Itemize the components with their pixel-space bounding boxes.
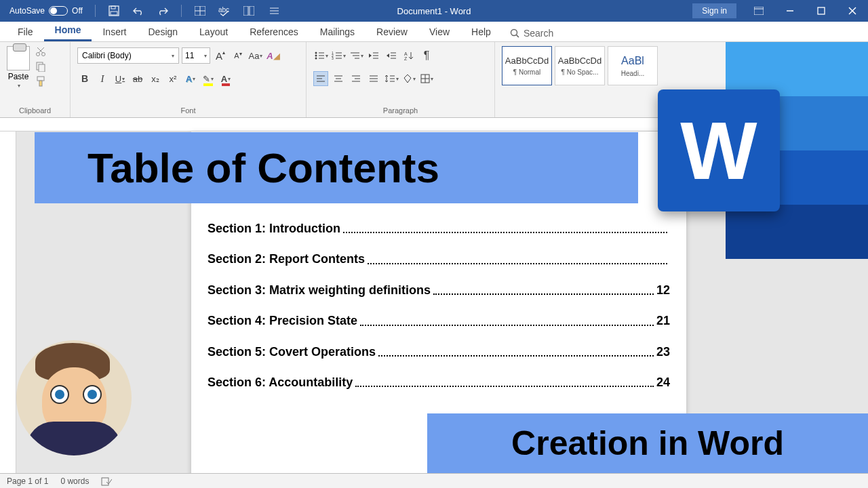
autosave-state: Off — [72, 6, 83, 16]
font-size-select[interactable]: 11▾ — [182, 47, 210, 64]
spellcheck-icon[interactable]: abc — [218, 5, 231, 17]
decrease-indent-button[interactable] — [366, 48, 381, 63]
font-color-button[interactable]: A▾ — [218, 71, 233, 86]
align-left-button[interactable] — [313, 71, 328, 86]
shading-button[interactable]: ▾ — [401, 71, 416, 86]
maximize-icon[interactable] — [806, 0, 837, 22]
underline-button[interactable]: U▾ — [113, 71, 127, 86]
paste-button[interactable]: Paste ▾ — [7, 46, 30, 89]
toc-entry: Section 2: Report Contents — [208, 251, 670, 267]
subscript-button[interactable]: x₂ — [148, 71, 163, 86]
quick-access-toolbar: abc — [95, 5, 279, 17]
bold-button[interactable]: B — [77, 71, 92, 86]
overlay-title: Table of Contents — [87, 144, 439, 192]
close-icon[interactable] — [837, 0, 868, 22]
avatar — [16, 340, 132, 455]
svg-rect-12 — [754, 7, 764, 15]
sort-button[interactable]: AZ — [401, 48, 416, 63]
style-no-spacing[interactable]: AaBbCcDd ¶ No Spac... — [555, 46, 605, 85]
document-title: Document1 - Word — [397, 6, 471, 16]
strike-button[interactable]: ab — [130, 71, 145, 86]
increase-indent-button[interactable] — [384, 48, 399, 63]
tab-references[interactable]: References — [239, 24, 309, 41]
word-logo-letter: W — [680, 104, 757, 197]
layout-icon[interactable] — [243, 5, 255, 17]
italic-button[interactable]: I — [95, 71, 110, 86]
text-effects-button[interactable]: A▾ — [183, 71, 198, 86]
minimize-icon[interactable] — [774, 0, 806, 22]
svg-point-21 — [42, 53, 45, 56]
tab-home[interactable]: Home — [44, 22, 92, 41]
svg-rect-15 — [818, 7, 825, 14]
clipboard-icon — [7, 46, 30, 70]
word-count[interactable]: 0 words — [60, 476, 89, 486]
paragraph-group-label: Paragraph — [313, 106, 488, 116]
svg-line-22 — [39, 47, 44, 53]
group-paragraph: ▾ 123▾ ▾ AZ ¶ ▾ ▾ ▾ Paragraph — [307, 42, 495, 117]
svg-rect-69 — [102, 478, 108, 485]
line-spacing-button[interactable]: ▾ — [384, 71, 399, 86]
format-painter-icon[interactable] — [35, 76, 47, 87]
overlay-subtitle: Creation in Word — [511, 424, 784, 463]
list-icon[interactable] — [267, 5, 279, 17]
vertical-ruler[interactable] — [0, 131, 16, 473]
toggle-icon — [49, 6, 68, 16]
shrink-font-button[interactable]: A▾ — [231, 48, 245, 63]
numbering-button[interactable]: 123▾ — [331, 48, 346, 63]
toc-entry: Section 5: Covert Operations23 — [208, 344, 670, 360]
tab-file[interactable]: File — [7, 24, 44, 41]
table-icon[interactable] — [194, 5, 206, 17]
tab-design[interactable]: Design — [137, 24, 189, 41]
svg-rect-8 — [250, 6, 254, 16]
style-heading1[interactable]: AaBl Headi... — [608, 46, 658, 85]
highlight-button[interactable]: ✎▾ — [201, 71, 216, 86]
show-marks-button[interactable]: ¶ — [419, 48, 434, 63]
page-count[interactable]: Page 1 of 1 — [7, 476, 48, 486]
tab-mailings[interactable]: Mailings — [309, 24, 366, 41]
multilevel-button[interactable]: ▾ — [349, 48, 363, 63]
autosave-toggle[interactable]: AutoSave Off — [0, 6, 83, 16]
word-logo: W — [651, 42, 868, 259]
superscript-button[interactable]: x² — [165, 71, 180, 86]
status-bar: Page 1 of 1 0 words — [0, 473, 868, 488]
tab-help[interactable]: Help — [460, 24, 502, 41]
svg-text:A: A — [404, 52, 408, 56]
undo-icon[interactable] — [132, 5, 144, 17]
title-bar: AutoSave Off abc Document1 - Word Sign i… — [0, 0, 868, 22]
svg-point-18 — [511, 30, 517, 36]
autosave-label: AutoSave — [9, 6, 45, 16]
clear-format-button[interactable]: A◢ — [266, 48, 281, 63]
signin-button[interactable]: Sign in — [692, 3, 736, 18]
save-icon[interactable] — [108, 5, 120, 17]
grow-font-button[interactable]: A▴ — [213, 48, 228, 63]
tell-me-search[interactable]: Search — [502, 25, 561, 41]
cut-icon[interactable] — [35, 46, 47, 57]
proofing-icon[interactable] — [101, 476, 112, 486]
style-normal[interactable]: AaBbCcDd ¶ Normal — [502, 46, 552, 85]
group-font: Calibri (Body)▾ 11▾ A▴ A▾ Aa▾ A◢ B I U▾ … — [71, 42, 307, 117]
bullets-button[interactable]: ▾ — [313, 48, 328, 63]
font-name-select[interactable]: Calibri (Body)▾ — [77, 47, 179, 64]
search-label: Search — [524, 28, 553, 39]
group-clipboard: Paste ▾ Clipboard — [0, 42, 71, 117]
ribbon-display-icon[interactable] — [743, 0, 774, 22]
borders-button[interactable]: ▾ — [419, 71, 434, 86]
align-center-button[interactable] — [331, 71, 346, 86]
ribbon-tabs: File Home Insert Design Layout Reference… — [0, 22, 868, 42]
tab-layout[interactable]: Layout — [189, 24, 239, 41]
change-case-button[interactable]: Aa▾ — [248, 48, 263, 63]
tab-review[interactable]: Review — [366, 24, 418, 41]
redo-icon[interactable] — [157, 5, 169, 17]
svg-line-23 — [37, 47, 43, 53]
align-right-button[interactable] — [349, 71, 363, 86]
svg-rect-27 — [39, 81, 42, 86]
overlay-title-banner: Table of Contents — [35, 132, 638, 203]
svg-text:3: 3 — [332, 56, 334, 60]
paste-label: Paste — [8, 72, 29, 81]
tab-view[interactable]: View — [418, 24, 460, 41]
chevron-down-icon: ▾ — [18, 83, 20, 89]
clipboard-group-label: Clipboard — [7, 106, 63, 116]
justify-button[interactable] — [366, 71, 381, 86]
tab-insert[interactable]: Insert — [92, 24, 137, 41]
copy-icon[interactable] — [35, 61, 47, 72]
